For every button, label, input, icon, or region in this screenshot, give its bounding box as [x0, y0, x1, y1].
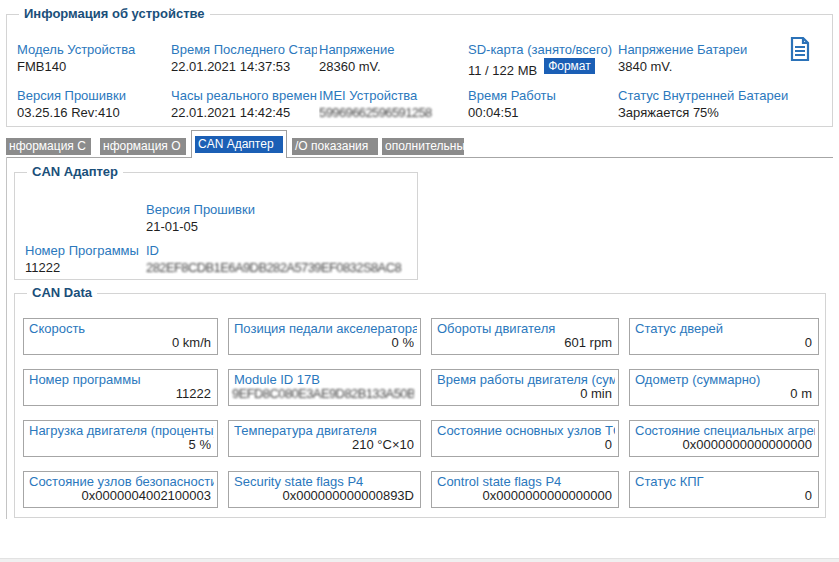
cell-value: 0x0000000000000000: [435, 488, 612, 504]
document-icon[interactable]: [790, 37, 810, 61]
field-label: Время Работы: [468, 87, 614, 104]
field-voltage: Напряжение 28360 mV.: [319, 41, 462, 76]
can-adapter-groupbox: CAN Адаптер Версия Прошивки 21-01-05 Ном…: [14, 172, 418, 280]
field-value: 11 / 122 MBФормат: [468, 58, 618, 80]
can-data-cell-special-units-state: Состояние специальных агрегато 0x0000000…: [629, 420, 819, 457]
cell-value: 601 rpm: [435, 335, 612, 351]
can-data-cell-cng-status: Статус КПГ 0: [629, 471, 819, 508]
cell-value: 210 °C×10: [232, 437, 414, 453]
can-data-groupbox: CAN Data Скорость 0 km/h Позиция педали …: [14, 293, 826, 518]
field-label: Напряжение: [319, 41, 462, 58]
field-label: SD-карта (занято/всего): [468, 41, 618, 58]
can-data-cell-security-flags-p4: Security state flags P4 0x00000000000089…: [228, 471, 421, 508]
can-data-cell-engine-temp: Температура двигателя 210 °C×10: [228, 420, 421, 457]
tab-additional[interactable]: ополнительны: [382, 134, 464, 158]
cell-value: 0x0000004002100003: [27, 488, 211, 504]
can-data-cell-odometer: Одометр (суммарно) 0 m: [629, 369, 819, 406]
can-data-cell-security-units-state: Состояние узлов безопасности ТС 0x000000…: [23, 471, 218, 508]
field-label: Номер Программы: [25, 242, 143, 259]
field-label: Время Последнего Старта: [171, 41, 317, 58]
cell-value: 0 km/h: [27, 335, 211, 351]
field-battery-voltage: Напряжение Батареи 3840 mV.: [618, 41, 804, 76]
cell-value: 0: [633, 335, 812, 351]
device-info-groupbox: Информация об устройстве Модель Устройст…: [6, 14, 833, 127]
can-data-cell-control-flags-p4: Control state flags P4 0x000000000000000…: [431, 471, 619, 508]
device-status-window: Информация об устройстве Модель Устройст…: [0, 0, 839, 562]
can-data-cell-engine-worktime: Время работы двигателя (суммар 0 min: [431, 369, 619, 406]
field-firmware-version: Версия Прошивки 03.25.16 Rev:410: [17, 87, 165, 122]
field-value: 03.25.16 Rev:410: [17, 104, 165, 122]
can-data-cell-engine-rpm: Обороты двигателя 601 rpm: [431, 318, 619, 355]
field-value: 28360 mV.: [319, 58, 462, 76]
field-value: FMB140: [17, 58, 165, 76]
field-label: Статус Внутренней Батареи: [618, 87, 804, 104]
tab-label: нформация С: [6, 138, 91, 155]
field-imei: IMEI Устройства 59969662596591258: [319, 87, 462, 122]
tab-label: нформация О: [100, 138, 186, 155]
can-data-cell-main-units-state: Состояние основных узлов ТС 0: [431, 420, 619, 457]
cell-value: 0: [435, 437, 612, 453]
field-sd-card: SD-карта (занято/всего) 11 / 122 MBФорма…: [468, 41, 618, 80]
field-label: Часы реального времени: [171, 87, 317, 104]
field-last-start-time: Время Последнего Старта 22.01.2021 14:37…: [171, 41, 317, 76]
field-can-id: ID 282EF8CDB1E6A9DB282A5739EF0832S8AC8: [146, 242, 414, 277]
can-data-cell-module-id: Module ID 17B 9EFD8C080E3AE9D82B133A50B1…: [228, 369, 421, 406]
field-rtc-time: Часы реального времени 22.01.2021 14:42:…: [171, 87, 317, 122]
cell-value: 0: [633, 488, 812, 504]
tab-label: /O показания: [292, 138, 378, 155]
tab-can-adapter[interactable]: CAN Адаптер: [191, 130, 287, 158]
field-internal-battery-status: Статус Внутренней Батареи Заряжается 75%: [618, 87, 804, 122]
tab-page-left-border: [6, 157, 7, 519]
sd-card-value: 11 / 122 MB: [468, 63, 537, 78]
field-label: Версия Прошивки: [146, 201, 406, 218]
field-can-program-number: Номер Программы 11222: [25, 242, 143, 277]
field-label: Модель Устройства: [17, 41, 165, 58]
tab-status-info[interactable]: нформация С: [6, 134, 91, 158]
cell-value: 0 %: [232, 335, 414, 351]
device-info-legend: Информация об устройстве: [19, 6, 210, 21]
tab-io-values[interactable]: /O показания: [292, 134, 378, 158]
field-label: IMEI Устройства: [319, 87, 462, 104]
field-value: 282EF8CDB1E6A9DB282A5739EF0832S8AC8: [146, 259, 414, 277]
field-label: Версия Прошивки: [17, 87, 165, 104]
can-data-cell-door-status: Статус дверей 0: [629, 318, 819, 355]
field-device-model: Модель Устройства FMB140: [17, 41, 165, 76]
field-value: 21-01-05: [146, 218, 406, 236]
cell-value: 0 min: [435, 386, 612, 402]
can-data-cell-engine-load: Нагрузка двигателя (проценты) 5 %: [23, 420, 218, 457]
can-data-cell-speed: Скорость 0 km/h: [23, 318, 218, 355]
can-data-legend: CAN Data: [27, 285, 97, 300]
can-data-cell-accel-pedal: Позиция педали акселератора (п 0 %: [228, 318, 421, 355]
cell-value: 11222: [27, 386, 211, 402]
field-uptime: Время Работы 00:04:51: [468, 87, 614, 122]
field-label: ID: [146, 242, 414, 259]
field-value: 59969662596591258: [319, 104, 462, 122]
cell-value: 0x000000000000893D: [232, 488, 414, 504]
can-data-cell-program-number: Номер программы 11222: [23, 369, 218, 406]
cell-value: 0x0000000000000000: [633, 437, 812, 453]
field-value: 11222: [25, 259, 143, 277]
tab-label: ополнительны: [382, 138, 464, 155]
cell-value: 0 m: [633, 386, 812, 402]
cell-value: 9EFD8C080E3AE9D82B133A50B130DB: [232, 386, 414, 402]
field-can-firmware-version: Версия Прошивки 21-01-05: [146, 201, 406, 236]
field-label: Напряжение Батареи: [618, 41, 804, 58]
format-button[interactable]: Формат: [544, 58, 595, 74]
tab-gsm-info[interactable]: нформация О: [100, 134, 186, 158]
can-adapter-legend: CAN Адаптер: [27, 164, 123, 179]
cell-value: 5 %: [27, 437, 211, 453]
field-value: 00:04:51: [468, 104, 614, 122]
tab-bar: нформация С нформация О CAN Адаптер /O п…: [6, 130, 464, 158]
tab-label: CAN Адаптер: [195, 136, 283, 153]
window-bottom-edge: [0, 558, 839, 562]
field-value: Заряжается 75%: [618, 104, 804, 122]
can-data-grid: Скорость 0 km/h Позиция педали акселерат…: [23, 318, 819, 508]
field-value: 3840 mV.: [618, 58, 804, 76]
field-value: 22.01.2021 14:42:45: [171, 104, 317, 122]
field-value: 22.01.2021 14:37:53: [171, 58, 317, 76]
